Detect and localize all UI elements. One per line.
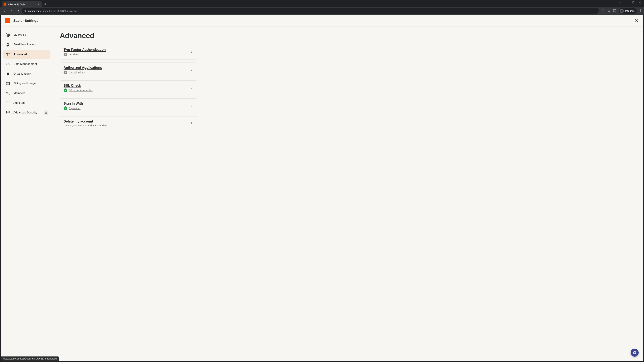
url-text: zapier.com/app/settings/17062338/advance… (28, 9, 78, 12)
card-title: Delete my account (64, 119, 190, 123)
status-disabled-icon (64, 53, 67, 56)
card-two-factor-authentication[interactable]: Two-Factor Authentication Disabled (60, 44, 197, 59)
chevron-right-icon (190, 68, 193, 72)
settings-main: Advanced Two-Factor Authentication Disab… (53, 26, 643, 361)
status-bar-url: https://zapier.com/app/settings/17062338… (3, 357, 57, 360)
close-window-icon[interactable] (639, 1, 641, 4)
sidebar-item-label: Email Notifications (14, 43, 37, 46)
sidebar-item-data-management[interactable]: Data Management (3, 60, 50, 68)
status-enabled-icon (64, 106, 67, 110)
tab-strip: Advanced | Zapier (0, 0, 644, 7)
card-subtitle: SSL checks enabled (64, 88, 190, 92)
sidebar-item-label: Billing and Usage (14, 82, 36, 85)
cloud-icon (6, 62, 10, 66)
sidebar-item-advanced[interactable]: Advanced (3, 50, 50, 59)
forward-button[interactable] (8, 8, 14, 13)
svg-point-18 (8, 92, 9, 93)
settings-sidebar: My Profile Email Notifications Advanced (1, 26, 53, 361)
svg-rect-4 (614, 9, 616, 11)
incognito-label: Incognito (625, 9, 634, 12)
close-tab-icon[interactable] (37, 3, 40, 5)
card-authorized-applications[interactable]: Authorized Applications 0 applications (60, 62, 197, 77)
card-subtitle: 0 applications (64, 70, 190, 74)
credit-card-icon (6, 81, 10, 86)
svg-point-7 (622, 11, 622, 12)
sidebar-item-advanced-security[interactable]: Advanced Security (3, 108, 50, 117)
sidebar-item-members[interactable]: Members (3, 89, 50, 97)
card-subtitle: Disabled (64, 53, 190, 56)
lock-icon (24, 9, 26, 12)
card-status-text: 0 applications (69, 71, 85, 74)
card-status-text: 1 provider (69, 107, 80, 110)
svg-point-21 (634, 352, 635, 353)
new-tab-button[interactable] (43, 2, 48, 6)
incognito-icon (620, 9, 624, 13)
card-title: SSL Check (64, 84, 190, 87)
card-sign-in-with[interactable]: Sign In With 1 provider (60, 98, 197, 113)
side-panel-icon[interactable] (613, 9, 616, 13)
status-disabled-icon (64, 70, 67, 74)
url-path: /app/settings/17062338/advanced (40, 9, 78, 12)
card-title: Sign In With (64, 102, 190, 105)
svg-point-17 (6, 92, 8, 93)
browser-toolbar: zapier.com/app/settings/17062338/advance… (0, 7, 644, 15)
back-button[interactable] (2, 8, 7, 13)
svg-point-8 (640, 9, 641, 10)
svg-rect-16 (6, 82, 10, 85)
bell-icon (6, 42, 10, 47)
sliders-icon (6, 52, 10, 56)
tabs-dropdown-icon[interactable] (618, 1, 621, 4)
reload-button[interactable] (15, 8, 20, 13)
search-icon[interactable] (602, 9, 605, 13)
members-icon (6, 91, 10, 95)
card-status-text: Delete your account and account data. (64, 124, 108, 127)
sidebar-item-label: Advanced (14, 53, 27, 56)
sidebar-item-label: Audit Log (14, 101, 26, 105)
browser-menu-icon[interactable] (639, 9, 642, 13)
sidebar-item-audit-log[interactable]: Audit Log (3, 98, 50, 107)
status-enabled-icon (64, 88, 67, 92)
card-delete-my-account[interactable]: Delete my account Delete your account an… (60, 116, 197, 130)
incognito-badge[interactable]: Incognito (619, 8, 636, 13)
shield-icon (6, 110, 10, 115)
chevron-right-icon (190, 104, 193, 108)
sidebar-item-label: Members (14, 91, 25, 95)
card-title: Authorized Applications (64, 66, 190, 69)
bookmark-star-icon[interactable] (607, 9, 611, 13)
page-viewport: Zapier Settings My Profile Email Notifi (1, 15, 643, 361)
sidebar-item-billing-and-usage[interactable]: Billing and Usage (3, 79, 50, 88)
chevron-right-icon (190, 121, 193, 125)
address-bar[interactable]: zapier.com/app/settings/17062338/advance… (22, 8, 599, 14)
chevron-right-icon (190, 50, 193, 54)
svg-point-9 (640, 10, 641, 11)
zapier-favicon (4, 3, 6, 5)
sidebar-item-organization[interactable]: Organization (3, 69, 50, 78)
advanced-card-list: Two-Factor Authentication Disabled (60, 44, 197, 130)
help-fab-button[interactable] (630, 349, 639, 357)
tab-title: Advanced | Zapier (8, 3, 36, 5)
profile-icon (6, 33, 10, 37)
svg-point-12 (8, 34, 8, 35)
svg-point-10 (640, 11, 641, 12)
card-status-text: Disabled (69, 53, 79, 56)
svg-rect-15 (7, 72, 9, 75)
minimize-icon[interactable] (625, 1, 628, 4)
list-icon (6, 101, 10, 105)
zapier-logo[interactable] (5, 18, 10, 23)
browser-tab[interactable]: Advanced | Zapier (2, 1, 42, 7)
svg-point-13 (8, 53, 9, 54)
svg-rect-19 (45, 112, 46, 113)
card-ssl-check[interactable]: SSL Check SSL checks enabled (60, 80, 197, 95)
chevron-right-icon (190, 86, 193, 90)
sidebar-item-label: Advanced Security (14, 111, 37, 114)
svg-rect-2 (25, 10, 26, 11)
card-subtitle: 1 provider (64, 106, 190, 110)
url-host: zapier.com (28, 9, 40, 12)
close-settings-button[interactable] (634, 18, 639, 23)
svg-point-6 (621, 11, 622, 12)
maximize-icon[interactable] (632, 1, 634, 4)
sidebar-item-email-notifications[interactable]: Email Notifications (3, 40, 50, 49)
card-subtitle: Delete your account and account data. (64, 124, 190, 127)
settings-title: Zapier Settings (14, 18, 38, 23)
sidebar-item-my-profile[interactable]: My Profile (3, 30, 50, 39)
